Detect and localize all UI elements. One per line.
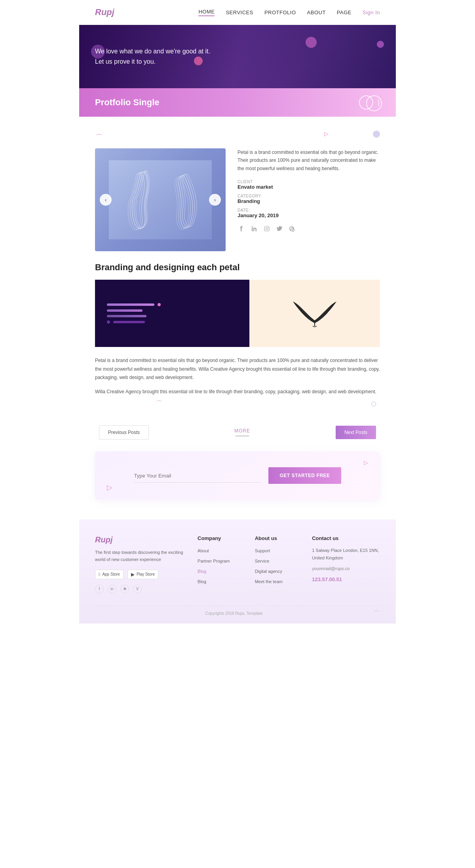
- email-input-wrapper: [134, 469, 260, 483]
- slider-next-button[interactable]: ›: [209, 194, 221, 206]
- client-row: CLIENT Envato market: [238, 180, 380, 190]
- instagram-icon: [264, 226, 270, 231]
- about-link-digital-agency[interactable]: Digital agency: [255, 569, 282, 574]
- about-link-item-2: Service: [255, 557, 300, 564]
- body-paragraph-2: Willa Creative Agency brought this essen…: [95, 388, 380, 396]
- linkedin-link[interactable]: [250, 225, 258, 233]
- company-link-blog1[interactable]: Blog: [198, 569, 206, 574]
- contact-phone: 123.57.00.51: [312, 575, 380, 584]
- twitter-link[interactable]: [276, 225, 283, 233]
- footer-company-col: Company About Partner Program Blog Blog: [198, 535, 243, 593]
- about-col-title: About us: [255, 535, 300, 541]
- more-label: MORE: [234, 428, 250, 434]
- nav-page[interactable]: PAGE: [337, 9, 352, 15]
- date-value: January 20, 2019: [238, 212, 380, 218]
- portfolio-image-slider: ‹ ›: [95, 148, 226, 251]
- branding-section-title: Branding and designing each petal: [95, 262, 380, 273]
- date-row: Date: January 20, 2019: [238, 208, 380, 218]
- previous-posts-button[interactable]: Previous Posts: [99, 425, 149, 440]
- about-link-meet-team[interactable]: Meet the team: [255, 579, 283, 584]
- header: Rupj HOME SERVICES PROTFOLIO ABOUT PAGE …: [79, 0, 396, 25]
- about-link-service[interactable]: Service: [255, 559, 270, 563]
- twitter-icon: [277, 226, 282, 231]
- company-link-item-2: Partner Program: [198, 557, 243, 564]
- signin-link[interactable]: Sign In: [363, 9, 380, 15]
- slider-prev-button[interactable]: ‹: [100, 194, 112, 206]
- page-title-banner: Protfolio Single ⟩: [79, 88, 396, 117]
- main-nav: HOME SERVICES PROTFOLIO ABOUT PAGE Sign …: [198, 9, 380, 16]
- facebook-link[interactable]: [238, 225, 245, 233]
- hero-text: We love what we do and we're good at it.…: [79, 34, 226, 78]
- company-col-title: Company: [198, 535, 243, 541]
- nav-protfolio[interactable]: PROTFOLIO: [264, 9, 296, 15]
- play-icon: ▶: [131, 572, 135, 577]
- svg-rect-1: [252, 228, 253, 231]
- app-store-label: App Store: [102, 572, 120, 576]
- app-badges:  App Store ▶ Play Store: [95, 570, 186, 579]
- email-input[interactable]: [134, 473, 260, 479]
- company-links-list: About Partner Program Blog Blog: [198, 547, 243, 585]
- dot-accent-1: [158, 303, 161, 306]
- more-button-area[interactable]: MORE: [234, 428, 250, 437]
- outline-circle-deco: [371, 402, 376, 406]
- nav-services[interactable]: SERVICES: [226, 9, 253, 15]
- two-col-images: [95, 280, 380, 347]
- posts-navigation: Previous Posts MORE Next Posts: [95, 425, 380, 440]
- email-deco-bottom-icon: ▷: [107, 483, 112, 492]
- company-link-about[interactable]: About: [198, 548, 209, 553]
- hero-circle-decoration-2: [306, 37, 317, 48]
- footer-logo: Rupj: [95, 535, 186, 544]
- hero-line2: Let us prove it to you.: [95, 57, 210, 67]
- portfolio-info: Petal is a brand committed to essential …: [238, 148, 380, 251]
- footer-vimeo-link[interactable]: V: [133, 585, 142, 593]
- footer: Rupj The first step towards discovering …: [79, 519, 396, 623]
- company-link-blog2[interactable]: Blog: [198, 579, 206, 584]
- footer-grid: Rupj The first step towards discovering …: [95, 535, 380, 593]
- pinterest-link[interactable]: [288, 225, 296, 233]
- hero-section: We love what we do and we're good at it.…: [79, 25, 396, 88]
- portfolio-artwork: [95, 148, 226, 251]
- play-store-label: Play Store: [137, 572, 155, 576]
- nav-about[interactable]: ABOUT: [307, 9, 326, 15]
- contact-email: youremail@rups.co: [312, 565, 380, 572]
- footer-deco-arrow: ⌒: [373, 609, 380, 619]
- about-links-list: Support Service Digital agency Meet the …: [255, 547, 300, 585]
- svg-point-5: [268, 227, 269, 228]
- apple-icon: : [99, 572, 100, 577]
- more-dots: [235, 435, 249, 437]
- get-started-button[interactable]: GET STARTED FREE: [268, 467, 341, 484]
- bar-row-3: [107, 315, 146, 317]
- design-bar-2: [107, 309, 142, 312]
- portfolio-svg-art: [109, 160, 212, 239]
- logo: Rupj: [95, 7, 114, 17]
- linkedin-icon: [251, 226, 257, 231]
- portfolio-description: Petal is a brand committed to essential …: [238, 148, 380, 172]
- footer-facebook-link[interactable]: f: [95, 585, 104, 593]
- company-link-partner[interactable]: Partner Program: [198, 559, 230, 563]
- squiggle-deco-2: ⌒: [156, 400, 162, 408]
- footer-linkedin-link[interactable]: in: [108, 585, 116, 593]
- wings-logo-svg: [291, 298, 338, 329]
- about-link-item-3: Digital agency: [255, 567, 300, 574]
- company-link-item-4: Blog: [198, 578, 243, 585]
- footer-about-col: About us Support Service Digital agency …: [255, 535, 300, 593]
- contact-info: 1 Salway Place London, E15 1NN, United K…: [312, 547, 380, 584]
- bar-row-2: [107, 309, 142, 312]
- nav-home[interactable]: HOME: [198, 9, 215, 16]
- client-label: CLIENT: [238, 180, 380, 184]
- pinterest-icon: [289, 226, 295, 231]
- email-cta-section: ▷ GET STARTED FREE ▷: [95, 451, 380, 500]
- banner-circle-icon: [359, 95, 373, 110]
- app-store-badge[interactable]:  App Store: [95, 570, 124, 579]
- about-link-support[interactable]: Support: [255, 548, 270, 553]
- deco-row-1: ⌒ ▷: [95, 129, 380, 140]
- contact-col-title: Contact us: [312, 535, 380, 541]
- circle-deco-1: [373, 131, 380, 138]
- design-bar-1: [107, 303, 154, 306]
- instagram-link[interactable]: [263, 225, 271, 233]
- next-posts-button[interactable]: Next Posts: [336, 426, 376, 439]
- facebook-icon: [239, 226, 244, 231]
- play-store-badge[interactable]: ▶ Play Store: [127, 570, 158, 579]
- footer-instagram-link[interactable]: ☘: [120, 585, 129, 593]
- footer-contact-col: Contact us 1 Salway Place London, E15 1N…: [312, 535, 380, 593]
